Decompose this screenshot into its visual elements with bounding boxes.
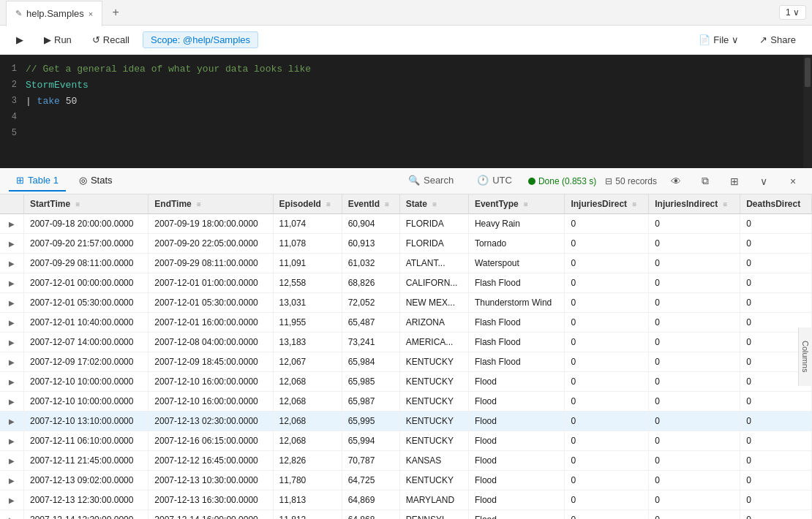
table-cell: 2007-09-29 08:11:00.0000 [149,254,273,273]
col-starttime-header[interactable]: StartTime ≡ [24,194,149,214]
table-row[interactable]: ▶2007-09-18 20:00:00.00002007-09-19 18:0… [0,214,812,234]
expand-row-button[interactable]: ▶ [6,395,18,407]
expand-row-button[interactable]: ▶ [6,277,18,289]
row-expand-cell: ▶ [0,412,24,431]
search-button[interactable]: 🔍 Search [401,170,461,192]
table-row[interactable]: ▶2007-12-14 12:30:00.00002007-12-14 16:0… [0,510,812,520]
sort-icon-eventtype[interactable]: ≡ [524,200,528,208]
sort-icon-starttime[interactable]: ≡ [75,200,80,208]
scope-badge[interactable]: Scope: @help/Samples [143,31,258,48]
col-injuriesdirect-header[interactable]: InjuriesDirect ≡ [565,194,649,214]
copy-button[interactable]: ⧉ [695,171,715,192]
expand-row-button[interactable]: ▶ [6,474,18,486]
table-row[interactable]: ▶2007-12-07 14:00:00.00002007-12-08 04:0… [0,333,812,352]
table-row[interactable]: ▶2007-12-13 09:02:00.00002007-12-13 10:3… [0,471,812,490]
tab-stats[interactable]: ◎ Stats [72,170,120,192]
expand-row-button[interactable]: ▶ [6,356,18,368]
sort-icon-injuriesdirect[interactable]: ≡ [632,200,636,208]
col-episodeid-header[interactable]: EpisodeId ≡ [273,194,342,214]
sort-icon-state[interactable]: ≡ [432,200,437,208]
expand-row-button[interactable]: ▶ [6,494,18,506]
line-number-3: 3 [0,96,26,106]
data-table-container[interactable]: StartTime ≡ EndTime ≡ EpisodeId ≡ EventI… [0,194,812,519]
sort-icon-injuriesindirect[interactable]: ≡ [723,200,728,208]
recall-button[interactable]: ↺ Recall [85,31,137,48]
expand-row-button[interactable]: ▶ [6,435,18,447]
table-row[interactable]: ▶2007-12-11 06:10:00.00002007-12-16 06:1… [0,431,812,451]
eye-button[interactable]: 👁 [666,171,686,192]
utc-button[interactable]: 🕐 UTC [470,170,519,192]
table-row[interactable]: ▶2007-12-10 13:10:00.00002007-12-13 02:3… [0,412,812,431]
file-button[interactable]: 📄 File ∨ [691,31,746,48]
table-cell: 0 [649,254,740,273]
table-cell: KENTUCKY [399,471,468,490]
run-button[interactable]: ▶ Run [37,31,79,48]
tab-counter[interactable]: 1 ∨ [779,5,806,20]
col-eventtype-header[interactable]: EventType ≡ [468,194,565,214]
col-eventid-header[interactable]: EventId ≡ [342,194,399,214]
table-cell: 0 [649,392,740,412]
table-cell: FLORIDA [399,234,468,254]
expand-row-button[interactable]: ▶ [6,376,18,387]
col-injuriesindirect-header[interactable]: InjuriesIndirect ≡ [649,194,740,214]
close-tab-icon[interactable]: × [89,10,93,18]
tab-table[interactable]: ⊞ Table 1 [9,170,66,192]
expand-row-button[interactable]: ▶ [6,514,18,519]
table-cell: KENTUCKY [399,352,468,372]
expand-row-button[interactable]: ▶ [6,218,18,230]
table-cell: 2007-12-09 18:45:00.0000 [149,352,273,372]
table-cell: NEW MEX... [399,293,468,313]
main-tab[interactable]: ✎ help.Samples × [6,1,102,26]
expand-row-button[interactable]: ▶ [6,257,18,269]
edit-icon[interactable]: ✎ [15,9,22,18]
table-cell: Thunderstorm Wind [468,293,565,313]
table-cell: Flood [468,412,565,431]
table-row[interactable]: ▶2007-12-01 05:30:00.00002007-12-01 05:3… [0,293,812,313]
table-body: ▶2007-09-18 20:00:00.00002007-09-19 18:0… [0,214,812,520]
table-cell: 0 [565,214,649,234]
line-content-2: StormEvents [26,80,812,91]
col-state-header[interactable]: State ≡ [399,194,468,214]
expand-row-button[interactable]: ▶ [6,317,18,328]
expand-row-button[interactable]: ▶ [6,415,18,427]
table-row[interactable]: ▶2007-12-11 21:45:00.00002007-12-12 16:4… [0,451,812,471]
col-endtime-header[interactable]: EndTime ≡ [149,194,273,214]
col-deathsdirect-header[interactable]: DeathsDirect [740,194,812,214]
sort-icon-episodeid[interactable]: ≡ [326,200,331,208]
sort-icon-endtime[interactable]: ≡ [197,200,201,208]
table-cell: Flood [468,490,565,510]
add-tab-button[interactable]: + [105,2,126,23]
expand-button[interactable]: ▶ [9,31,31,48]
more-button[interactable]: ∨ [753,171,774,192]
sort-icon-eventid[interactable]: ≡ [385,200,389,208]
table-cell: 2007-12-10 10:00:00.0000 [24,372,149,392]
table-cell: 0 [649,372,740,392]
expand-row-button[interactable]: ▶ [6,297,18,308]
table-row[interactable]: ▶2007-12-13 12:30:00.00002007-12-13 16:3… [0,490,812,510]
table-cell: 0 [649,214,740,234]
table-row[interactable]: ▶2007-12-10 10:00:00.00002007-12-10 16:0… [0,392,812,412]
columns-panel-label[interactable]: Columns [798,327,812,386]
share-button[interactable]: ↗ Share [752,31,803,48]
line-content-1: // Get a general idea of what your data … [26,64,812,75]
code-editor[interactable]: 1 // Get a general idea of what your dat… [0,55,812,168]
expand-row-button[interactable]: ▶ [6,336,18,348]
table-row[interactable]: ▶2007-09-29 08:11:00.00002007-09-29 08:1… [0,254,812,273]
grid-button[interactable]: ⊞ [724,171,745,192]
expand-row-button[interactable]: ▶ [6,238,18,249]
table-cell: 0 [565,293,649,313]
table-cell: 12,068 [273,372,342,392]
close-results-button[interactable]: × [783,171,803,192]
expand-row-button[interactable]: ▶ [6,455,18,466]
table-row[interactable]: ▶2007-09-20 21:57:00.00002007-09-20 22:0… [0,234,812,254]
table-row[interactable]: ▶2007-12-01 00:00:00.00002007-12-01 01:0… [0,273,812,293]
table-row[interactable]: ▶2007-12-09 17:02:00.00002007-12-09 18:4… [0,352,812,372]
table-cell: 64,869 [342,490,399,510]
tab-bar: ✎ help.Samples × + 1 ∨ [0,0,812,26]
line-number-5: 5 [0,128,26,138]
editor-scrollbar[interactable] [803,55,812,168]
table-cell: 0 [649,352,740,372]
table-row[interactable]: ▶2007-12-01 10:40:00.00002007-12-01 16:0… [0,313,812,333]
table-row[interactable]: ▶2007-12-10 10:00:00.00002007-12-10 16:0… [0,372,812,392]
table-cell: 0 [649,431,740,451]
